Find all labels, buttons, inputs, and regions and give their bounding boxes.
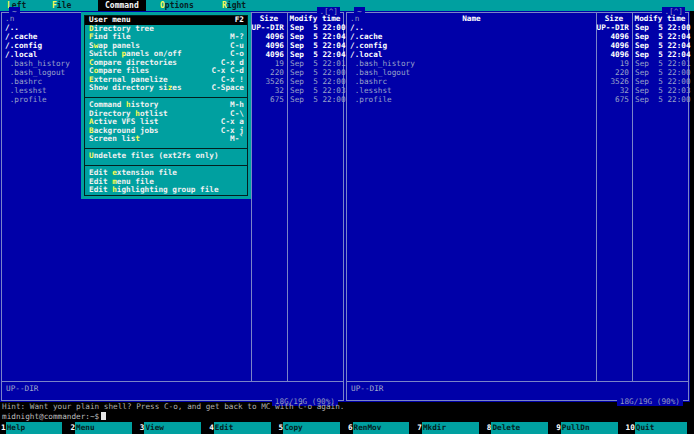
column-header-size[interactable]: Size xyxy=(596,14,632,23)
menu-shortcut: M-` xyxy=(230,135,244,144)
fkey-label: Mkdir xyxy=(422,422,479,434)
column-header-name[interactable]: Name xyxy=(347,14,596,23)
file-name: /.local xyxy=(350,50,382,59)
file-name: .bash_history xyxy=(5,59,70,68)
file-mtime: Sep 5 22:00 xyxy=(290,77,346,86)
fkey-8-delete[interactable]: 8Delete xyxy=(486,422,555,434)
shell-prompt-text: midnight@commander:~$ xyxy=(2,412,99,421)
file-name: /.. xyxy=(5,23,19,32)
shell-prompt[interactable]: midnight@commander:~$ xyxy=(2,412,106,422)
file-mtime: Sep 5 22:01 xyxy=(290,59,346,68)
function-key-bar: 1Help2Menu3View4Edit5Copy6RenMov7Mkdir8D… xyxy=(0,422,694,434)
file-mtime: Sep 5 22:00 xyxy=(635,68,691,77)
file-size: 32 xyxy=(250,86,284,95)
file-row-cache[interactable]: /.cache4096Sep 5 22:04 xyxy=(347,32,688,41)
fkey-5-copy[interactable]: 5Copy xyxy=(278,422,347,434)
file-name: /.config xyxy=(5,41,42,50)
file-mtime: Sep 5 22:03 xyxy=(635,86,691,95)
fkey-number: 10 xyxy=(625,422,635,434)
label-text: Command xyxy=(105,1,139,10)
file-name: .lesshst xyxy=(5,86,47,95)
file-name: .bash_logout xyxy=(5,68,65,77)
file-size: 19 xyxy=(250,59,284,68)
mini-status: UP--DIR xyxy=(6,384,38,393)
file-mtime: Sep 5 22:00 xyxy=(290,23,346,32)
menu-bar: LeftFileCommandOptionsRight xyxy=(0,0,694,11)
file-size: 4096 xyxy=(250,41,284,50)
column-header-size[interactable]: Size xyxy=(251,14,287,23)
file-name: .profile xyxy=(350,95,392,104)
file-mtime: Sep 5 22:00 xyxy=(635,23,691,32)
fkey-10-quit[interactable]: 10Quit xyxy=(625,422,694,434)
file-name: .profile xyxy=(5,95,47,104)
file-mtime: Sep 5 22:04 xyxy=(290,50,346,59)
menu-bar-item-options[interactable]: Options xyxy=(160,0,194,11)
command-menu-item-show-directory-sizes[interactable]: Show directory sizesC-Space xyxy=(85,84,247,93)
fkey-9-pulldn[interactable]: 9PullDn xyxy=(555,422,624,434)
fkey-7-mkdir[interactable]: 7Mkdir xyxy=(416,422,485,434)
fkey-4-edit[interactable]: 4Edit xyxy=(208,422,277,434)
file-row-lesshst[interactable]: .lesshst32Sep 5 22:03 xyxy=(347,86,688,95)
fkey-1-help[interactable]: 1Help xyxy=(0,422,69,434)
file-size: 19 xyxy=(595,59,629,68)
fkey-label: Edit xyxy=(214,422,271,434)
file-name: /.local xyxy=(5,50,37,59)
command-menu-frame: User menuF2Directory treeFind fileM-?Swa… xyxy=(84,15,248,196)
fkey-2-menu[interactable]: 2Menu xyxy=(69,422,138,434)
file-size: 675 xyxy=(250,95,284,104)
menu-bar-item-file[interactable]: File xyxy=(52,0,71,11)
file-name: .bashrc xyxy=(5,77,42,86)
file-row-local[interactable]: /.local4096Sep 5 22:04 xyxy=(347,50,688,59)
fkey-label: Quit xyxy=(635,422,687,434)
file-mtime: Sep 5 22:04 xyxy=(635,50,691,59)
file-mtime: Sep 5 22:04 xyxy=(290,32,346,41)
file-mtime: Sep 5 22:04 xyxy=(290,41,346,50)
file-name: /.cache xyxy=(5,32,37,41)
mini-status-separator xyxy=(2,381,343,382)
file-row-bash-history[interactable]: .bash_history19Sep 5 22:01 xyxy=(347,59,688,68)
file-mtime: Sep 5 22:01 xyxy=(635,59,691,68)
file-name: /.config xyxy=(350,41,387,50)
file-size: 220 xyxy=(595,68,629,77)
file-mtime: Sep 5 22:00 xyxy=(635,95,691,104)
command-menu-item-edit-highlighting-group-file[interactable]: Edit highlighting group file xyxy=(85,186,247,195)
fkey-label: PullDn xyxy=(561,422,618,434)
file-row-profile[interactable]: .profile675Sep 5 22:00 xyxy=(347,95,688,104)
menu-shortcut: C-Space xyxy=(212,84,244,93)
file-name: .lesshst xyxy=(350,86,392,95)
file-row-bashrc[interactable]: .bashrc3526Sep 5 22:00 xyxy=(347,77,688,86)
file-size: 32 xyxy=(595,86,629,95)
menu-bar-item-right[interactable]: Right xyxy=(222,0,246,11)
mini-status-separator xyxy=(347,381,688,382)
file-mtime: Sep 5 22:00 xyxy=(635,77,691,86)
hint-line: Hint: Want your plain shell? Press C-o, … xyxy=(2,402,345,412)
file-row-config[interactable]: /.config4096Sep 5 22:04 xyxy=(347,41,688,50)
file-size: 4096 xyxy=(595,41,629,50)
file-name: .bash_history xyxy=(350,59,415,68)
file-row-bash-logout[interactable]: .bash_logout220Sep 5 22:00 xyxy=(347,68,688,77)
menu-shortcut: F2 xyxy=(235,16,244,25)
file-name: .bash_logout xyxy=(350,68,410,77)
fkey-6-renmov[interactable]: 6RenMov xyxy=(347,422,416,434)
file-name: .bashrc xyxy=(350,77,387,86)
command-menu-item-screen-list[interactable]: Screen listM-` xyxy=(85,135,247,144)
file-name: /.cache xyxy=(350,32,382,41)
disk-usage: 18G/19G (90%) xyxy=(617,397,683,406)
fkey-label: Menu xyxy=(75,422,132,434)
file-size: 4096 xyxy=(595,50,629,59)
file-mtime: Sep 5 22:04 xyxy=(635,32,691,41)
file-size: 3526 xyxy=(595,77,629,86)
menu-bar-item-command[interactable]: Command xyxy=(98,0,146,11)
column-header-mtime[interactable]: Modify time xyxy=(632,14,688,23)
file-size: 675 xyxy=(595,95,629,104)
command-menu-item-undelete-files-ext2fs-only[interactable]: Undelete files (ext2fs only) xyxy=(85,152,247,161)
file-mtime: Sep 5 22:00 xyxy=(290,95,346,104)
file-size: UP--DIR xyxy=(250,23,284,32)
file-size: 4096 xyxy=(595,32,629,41)
file-size: 220 xyxy=(250,68,284,77)
column-header-mtime[interactable]: Modify time xyxy=(287,14,343,23)
fkey-3-view[interactable]: 3View xyxy=(139,422,208,434)
file-mtime: Sep 5 22:00 xyxy=(290,68,346,77)
file-size: UP--DIR xyxy=(595,23,629,32)
file-row-[interactable]: /..UP--DIRSep 5 22:00 xyxy=(347,23,688,32)
